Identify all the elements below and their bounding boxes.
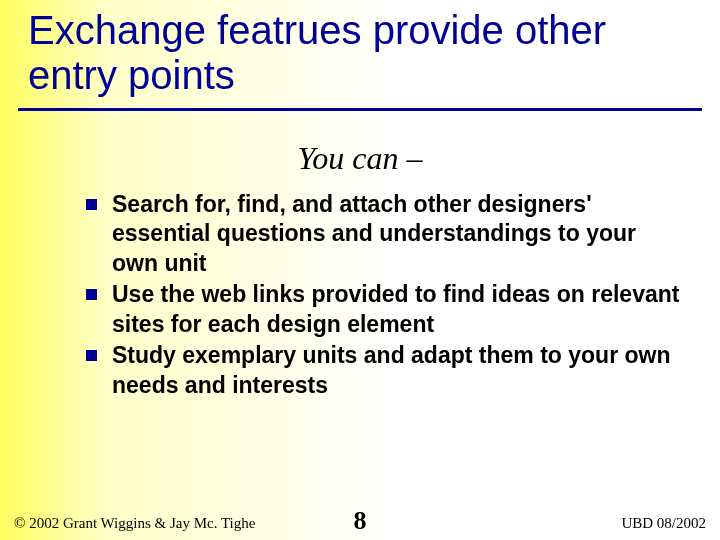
- square-bullet-icon: [86, 350, 97, 361]
- list-item: Study exemplary units and adapt them to …: [86, 341, 686, 400]
- bullet-text: Use the web links provided to find ideas…: [112, 281, 679, 336]
- bullet-text: Search for, find, and attach other desig…: [112, 191, 636, 276]
- square-bullet-icon: [86, 289, 97, 300]
- slide: Exchange featrues provide other entry po…: [0, 0, 720, 540]
- page-number: 8: [0, 506, 720, 536]
- list-item: Search for, find, and attach other desig…: [86, 190, 686, 278]
- square-bullet-icon: [86, 199, 97, 210]
- bullet-list: Search for, find, and attach other desig…: [86, 190, 686, 402]
- list-item: Use the web links provided to find ideas…: [86, 280, 686, 339]
- slide-subtitle: You can –: [0, 140, 720, 177]
- footer-code: UBD 08/2002: [621, 515, 706, 532]
- bullet-text: Study exemplary units and adapt them to …: [112, 342, 670, 397]
- slide-title: Exchange featrues provide other entry po…: [28, 8, 688, 98]
- title-underline: [18, 108, 702, 111]
